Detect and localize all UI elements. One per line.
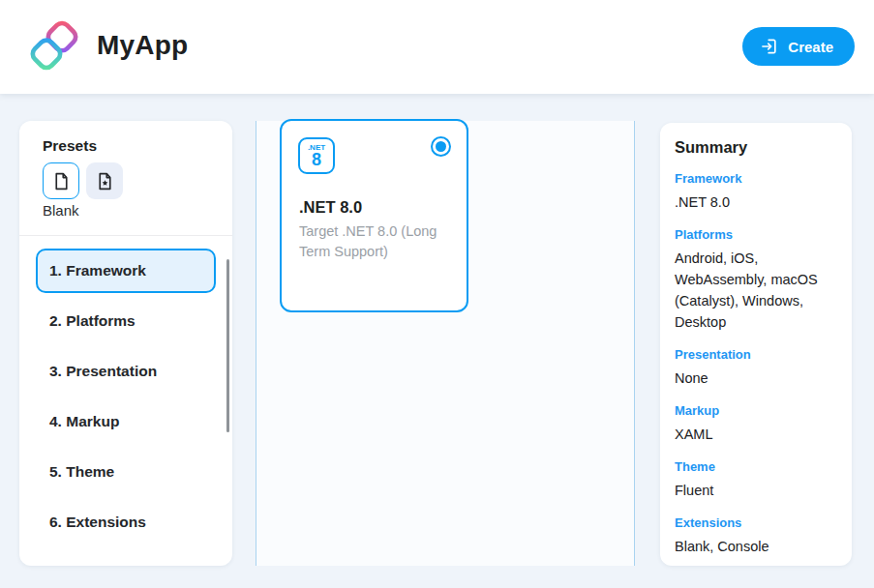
- step-label: 3. Presentation: [49, 363, 157, 380]
- step-label: 2. Platforms: [49, 312, 136, 330]
- wizard-sidebar: Presets Bla: [19, 121, 232, 566]
- summary-heading: Summary: [675, 138, 836, 157]
- header-bar: MyApp Create: [0, 0, 874, 94]
- summary-section-extensions: Extensions Blank, Console: [675, 515, 836, 557]
- step-label: 5. Theme: [49, 463, 114, 481]
- summary-section-markup: Markup XAML: [675, 403, 836, 445]
- summary-section-theme: Theme Fluent: [675, 459, 836, 501]
- step-content-panel: .NET 8 .NET 8.0 Target .NET 8.0 (Long Te…: [256, 121, 635, 566]
- file-star-icon: [95, 171, 115, 191]
- framework-option-title: .NET 8.0: [299, 198, 362, 217]
- preset-template-button[interactable]: [86, 162, 123, 199]
- uno-platform-logo: [28, 20, 80, 75]
- summary-label: Extensions: [675, 515, 836, 530]
- dotnet8-badge-icon: .NET 8: [298, 137, 335, 174]
- step-label: 1. Framework: [49, 262, 146, 279]
- project-wizard-window: MyApp Create Presets: [0, 0, 874, 588]
- framework-option-net8-card[interactable]: .NET 8 .NET 8.0 Target .NET 8.0 (Long Te…: [280, 119, 468, 312]
- step-item-platforms[interactable]: 2. Platforms: [36, 299, 216, 343]
- step-label: 4. Markup: [49, 413, 119, 430]
- wizard-steps-list: 1. Framework 2. Platforms 3. Presentatio…: [19, 249, 232, 550]
- create-button[interactable]: Create: [742, 27, 855, 66]
- preset-options: [43, 162, 123, 199]
- summary-value: Android, iOS, WebAssembly, macOS (Cataly…: [675, 248, 836, 333]
- summary-label: Markup: [675, 403, 836, 418]
- step-item-framework[interactable]: 1. Framework: [36, 249, 216, 293]
- summary-value: Blank, Console: [675, 536, 836, 557]
- summary-section-presentation: Presentation None: [675, 347, 836, 389]
- summary-label: Presentation: [675, 347, 836, 362]
- presets-heading: Presets: [43, 137, 97, 155]
- step-item-presentation[interactable]: 3. Presentation: [36, 349, 216, 394]
- step-label: 6. Extensions: [49, 514, 146, 531]
- summary-label: Framework: [675, 171, 836, 186]
- summary-value: XAML: [675, 424, 836, 445]
- summary-section-platforms: Platforms Android, iOS, WebAssembly, mac…: [675, 227, 836, 333]
- summary-panel: Summary Framework .NET 8.0 Platforms And…: [660, 123, 852, 566]
- summary-value: None: [675, 368, 836, 389]
- badge-number-text: 8: [312, 152, 321, 168]
- preset-blank-button[interactable]: [43, 162, 79, 199]
- page-title: MyApp: [97, 30, 188, 61]
- create-button-label: Create: [788, 39, 833, 55]
- selected-preset-label: Blank: [43, 202, 79, 219]
- summary-section-framework: Framework .NET 8.0: [675, 171, 836, 213]
- sidebar-divider: [19, 235, 232, 236]
- step-item-extensions[interactable]: 6. Extensions: [36, 500, 216, 544]
- summary-value: .NET 8.0: [675, 191, 836, 213]
- framework-option-description: Target .NET 8.0 (Long Term Support): [299, 221, 452, 262]
- sidebar-scrollbar[interactable]: [226, 259, 229, 432]
- enter-arrow-icon: [760, 37, 779, 56]
- summary-value: Fluent: [675, 480, 836, 501]
- summary-label: Platforms: [675, 227, 836, 242]
- blank-file-icon: [51, 171, 72, 191]
- step-item-markup[interactable]: 4. Markup: [36, 399, 216, 444]
- summary-label: Theme: [675, 459, 836, 474]
- radio-selected-icon[interactable]: [431, 136, 451, 157]
- step-item-theme[interactable]: 5. Theme: [36, 450, 216, 494]
